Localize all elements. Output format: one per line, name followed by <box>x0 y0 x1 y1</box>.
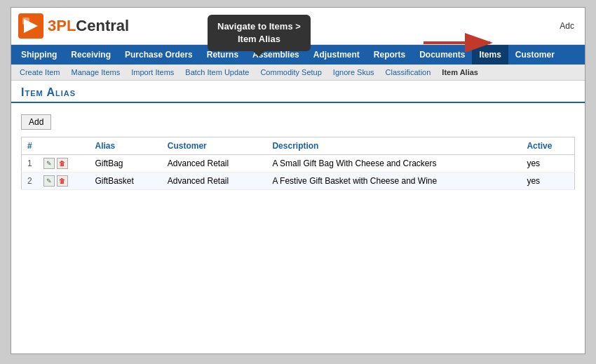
col-customer: Customer <box>162 137 267 155</box>
row-customer: Advanced Retail <box>162 173 267 190</box>
table-row: 2 ✎ 🗑 GiftBasket Advanced Retail A Festi… <box>22 173 575 190</box>
delete-icon[interactable]: 🗑 <box>57 175 68 187</box>
navigation-arrow <box>424 29 501 57</box>
sub-nav-batch-item-update[interactable]: Batch Item Update <box>180 66 255 79</box>
content-area: Add # Alias Customer Description Active … <box>11 109 585 196</box>
tooltip-callout: Navigate to Items > Item Alias <box>208 15 311 51</box>
table-row: 1 ✎ 🗑 GiftBag Advanced Retail A Small Gi… <box>22 155 575 173</box>
nav-item-purchase-orders[interactable]: Purchase Orders <box>118 45 200 65</box>
row-alias: GiftBasket <box>90 173 162 190</box>
add-button[interactable]: Add <box>21 114 51 130</box>
row-active: yes <box>521 155 574 173</box>
alias-table: # Alias Customer Description Active 1 ✎ … <box>21 137 575 190</box>
row-description: A Small Gift Bag With Cheese and Cracker… <box>266 155 521 173</box>
logo-icon <box>18 13 43 39</box>
edit-icon[interactable]: ✎ <box>43 175 55 187</box>
row-alias: GiftBag <box>90 155 162 173</box>
sub-nav-item-alias[interactable]: Item Alias <box>436 66 484 79</box>
nav-item-shipping[interactable]: Shipping <box>14 45 64 65</box>
row-actions: ✎ 🗑 <box>38 155 90 173</box>
col-alias: Alias <box>90 137 162 155</box>
delete-icon[interactable]: 🗑 <box>57 158 68 169</box>
sub-nav-commodity-setup[interactable]: Commodity Setup <box>255 66 327 79</box>
sub-nav-ignore-skus[interactable]: Ignore Skus <box>327 66 380 79</box>
admin-label: Adc <box>560 21 578 31</box>
sub-nav: Create Item Manage Items Import Items Ba… <box>11 65 585 81</box>
page-title-bar: Item Alias <box>11 81 585 103</box>
nav-item-receiving[interactable]: Receiving <box>64 45 118 65</box>
page-title: Item Alias <box>21 86 76 98</box>
nav-item-customer[interactable]: Customer <box>508 45 562 65</box>
col-description: Description <box>266 137 521 155</box>
logo: 3PLCentral <box>18 13 129 39</box>
col-num: # <box>22 137 38 155</box>
row-num: 2 <box>22 173 38 190</box>
col-actions <box>38 137 90 155</box>
sub-nav-create-item[interactable]: Create Item <box>14 66 65 79</box>
nav-item-adjustment[interactable]: Adjustment <box>306 45 367 65</box>
row-active: yes <box>521 173 574 190</box>
col-active: Active <box>521 137 574 155</box>
row-actions: ✎ 🗑 <box>38 173 90 190</box>
row-customer: Advanced Retail <box>162 155 267 173</box>
sub-nav-manage-items[interactable]: Manage Items <box>65 66 126 79</box>
row-num: 1 <box>22 155 38 173</box>
header: 3PLCentral Navigate to Items > Item Alia… <box>11 8 585 45</box>
logo-text: 3PLCentral <box>48 17 129 35</box>
sub-nav-import-items[interactable]: Import Items <box>126 66 180 79</box>
svg-rect-2 <box>22 18 29 25</box>
sub-nav-classification[interactable]: Classification <box>380 66 437 79</box>
row-description: A Festive Gift Basket with Cheese and Wi… <box>266 173 521 190</box>
nav-item-reports[interactable]: Reports <box>367 45 412 65</box>
edit-icon[interactable]: ✎ <box>43 158 55 169</box>
